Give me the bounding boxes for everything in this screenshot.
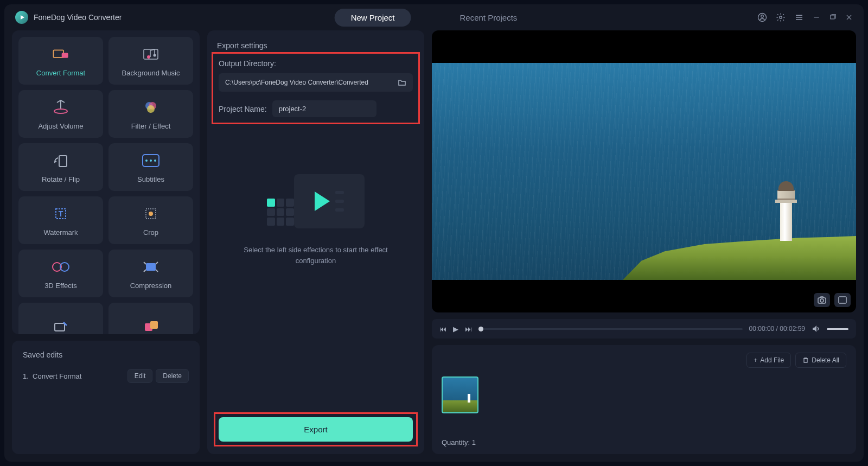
settings-icon[interactable] bbox=[776, 12, 786, 22]
app-title: FoneDog Video Converter bbox=[34, 13, 122, 22]
export-button[interactable]: Export bbox=[219, 417, 413, 442]
tab-new-project[interactable]: New Project bbox=[335, 9, 411, 27]
tool-adjust-volume[interactable]: Adjust Volume bbox=[18, 90, 103, 138]
svg-rect-30 bbox=[146, 263, 156, 271]
close-icon[interactable] bbox=[845, 14, 853, 21]
compression-icon bbox=[142, 258, 160, 276]
plus-icon: + bbox=[754, 356, 757, 364]
tool-label: Filter / Effect bbox=[131, 122, 171, 130]
preview-frame bbox=[432, 63, 856, 280]
svg-point-23 bbox=[154, 159, 156, 162]
sidebar: Convert Format Background Music Adjust V… bbox=[12, 30, 200, 454]
rewind-button[interactable]: ⏮ bbox=[439, 325, 446, 333]
screenshot-icon[interactable] bbox=[814, 293, 830, 307]
output-directory-label: Output Directory: bbox=[219, 59, 413, 68]
trash-icon bbox=[802, 357, 809, 363]
edit-icon bbox=[52, 317, 70, 334]
project-name-label: Project Name: bbox=[219, 105, 267, 113]
account-icon[interactable] bbox=[757, 12, 767, 22]
tool-extra-1[interactable] bbox=[18, 303, 103, 334]
menu-icon[interactable] bbox=[794, 12, 804, 22]
export-button-highlight: Export bbox=[214, 412, 418, 446]
main-tabs: New Project Recent Projects bbox=[335, 9, 534, 27]
tool-compression[interactable]: Compression bbox=[108, 250, 193, 297]
tool-label: Adjust Volume bbox=[38, 122, 83, 130]
placeholder-graphic bbox=[267, 174, 365, 228]
tool-crop[interactable]: Crop bbox=[108, 196, 193, 244]
delete-all-button[interactable]: Delete All bbox=[795, 353, 846, 368]
play-button[interactable]: ▶ bbox=[453, 325, 458, 333]
window-controls bbox=[757, 12, 853, 22]
forward-button[interactable]: ⏭ bbox=[465, 325, 472, 333]
tool-3d-effects[interactable]: 3D Effects bbox=[18, 250, 103, 297]
project-name-input[interactable] bbox=[272, 100, 376, 117]
saved-edits-panel: Saved edits 1. Convert Format Edit Delet… bbox=[12, 341, 200, 454]
effect-placeholder: Select the left side effections to start… bbox=[217, 131, 414, 416]
svg-point-13 bbox=[147, 55, 150, 59]
watermark-icon: T bbox=[52, 205, 70, 223]
quantity-display: Quantity: 1 bbox=[442, 438, 846, 446]
tab-recent-projects[interactable]: Recent Projects bbox=[443, 9, 533, 27]
saved-edit-name: 1. Convert Format bbox=[23, 372, 81, 380]
tool-background-music[interactable]: Background Music bbox=[108, 37, 193, 85]
player-controls: ⏮ ▶ ⏭ 00:00:00 / 00:02:59 bbox=[432, 319, 856, 339]
tool-label: Watermark bbox=[43, 228, 78, 237]
clip-icon bbox=[142, 317, 160, 334]
export-settings-panel: Export settings Output Directory: C:\Use… bbox=[207, 30, 424, 454]
right-panel: ⏮ ▶ ⏭ 00:00:00 / 00:02:59 + Add File bbox=[432, 30, 856, 454]
output-directory-field[interactable]: C:\Users\pc\FoneDog Video Converter\Conv… bbox=[219, 73, 413, 92]
convert-format-icon bbox=[52, 45, 70, 63]
svg-rect-33 bbox=[150, 321, 158, 329]
tool-label: Crop bbox=[143, 228, 158, 237]
tool-label: Compression bbox=[130, 282, 172, 290]
add-file-button[interactable]: + Add File bbox=[746, 353, 791, 368]
delete-button[interactable]: Delete bbox=[156, 369, 189, 383]
browse-folder-icon[interactable] bbox=[398, 79, 406, 86]
rotate-flip-icon bbox=[52, 151, 70, 170]
volume-slider[interactable] bbox=[827, 328, 848, 330]
svg-point-15 bbox=[54, 109, 67, 113]
3d-effects-icon bbox=[52, 258, 70, 276]
time-display: 00:00:00 / 00:02:59 bbox=[749, 325, 805, 333]
subtitles-icon bbox=[142, 151, 160, 170]
svg-rect-36 bbox=[839, 297, 846, 303]
file-list-panel: + Add File Delete All Quantity: 1 bbox=[432, 345, 856, 454]
svg-rect-12 bbox=[144, 49, 158, 59]
svg-point-22 bbox=[150, 159, 152, 162]
fullscreen-icon[interactable] bbox=[834, 293, 851, 307]
tool-label: Convert Format bbox=[36, 69, 85, 77]
tool-watermark[interactable]: T Watermark bbox=[18, 196, 103, 244]
svg-point-14 bbox=[154, 54, 156, 56]
tool-label: Rotate / Flip bbox=[42, 175, 80, 183]
titlebar: FoneDog Video Converter New Project Rece… bbox=[4, 4, 864, 30]
seek-bar[interactable] bbox=[478, 328, 743, 330]
saved-edit-row: 1. Convert Format Edit Delete bbox=[23, 369, 189, 383]
background-music-icon bbox=[142, 45, 160, 63]
tool-label: Subtitles bbox=[137, 175, 164, 183]
maximize-icon[interactable] bbox=[829, 14, 837, 21]
main-content: Convert Format Background Music Adjust V… bbox=[4, 30, 864, 462]
video-preview[interactable] bbox=[432, 30, 856, 312]
svg-point-35 bbox=[820, 299, 824, 302]
crop-icon bbox=[142, 205, 160, 223]
svg-point-18 bbox=[147, 105, 155, 113]
app-logo: FoneDog Video Converter bbox=[15, 11, 122, 24]
tool-grid: Convert Format Background Music Adjust V… bbox=[12, 30, 200, 334]
saved-edits-title: Saved edits bbox=[23, 350, 189, 359]
edit-button[interactable]: Edit bbox=[127, 369, 153, 383]
svg-point-1 bbox=[761, 15, 764, 18]
svg-rect-11 bbox=[62, 53, 68, 58]
minimize-icon[interactable] bbox=[813, 14, 820, 21]
svg-point-21 bbox=[145, 159, 148, 162]
tool-filter-effect[interactable]: Filter / Effect bbox=[108, 90, 193, 138]
app-window: FoneDog Video Converter New Project Rece… bbox=[4, 4, 864, 462]
export-settings-highlight: Output Directory: C:\Users\pc\FoneDog Vi… bbox=[212, 52, 420, 124]
tool-rotate-flip[interactable]: Rotate / Flip bbox=[18, 143, 103, 191]
tool-convert-format[interactable]: Convert Format bbox=[18, 37, 103, 85]
volume-icon[interactable] bbox=[812, 325, 820, 333]
file-thumbnail[interactable] bbox=[442, 376, 478, 413]
svg-point-27 bbox=[149, 212, 153, 216]
tool-extra-2[interactable] bbox=[108, 303, 193, 334]
file-thumbnails bbox=[442, 376, 846, 433]
tool-subtitles[interactable]: Subtitles bbox=[108, 143, 193, 191]
